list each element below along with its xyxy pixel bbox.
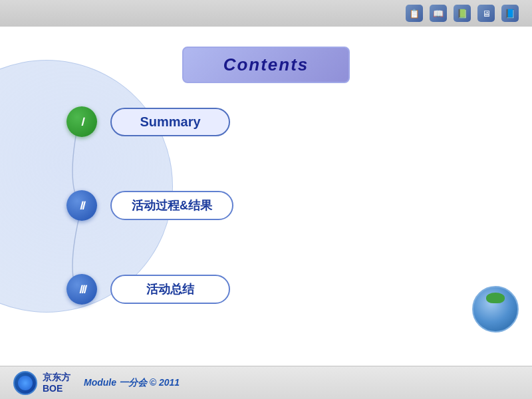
toolbar-icon-3[interactable]: 📗 (454, 5, 471, 22)
bottom-bar: 京东方 BOE Module 一分会 © 2011 (0, 366, 532, 399)
toolbar-icon-1[interactable]: 📋 (406, 5, 423, 22)
toolbar-icon-2[interactable]: 📖 (430, 5, 447, 22)
logo-line2: BOE (43, 383, 70, 394)
logo-line1: 京东方 (43, 372, 70, 383)
label-summary[interactable]: Summary (110, 108, 230, 136)
numeral-circle-1[interactable]: Ⅰ (66, 106, 97, 137)
title-box: Contents (133, 47, 399, 83)
toolbar-icon-4[interactable]: 🖥 (477, 5, 495, 22)
toolbar-icon-5[interactable]: 📘 (501, 5, 519, 22)
main-area: Contents Ⅰ Summary Ⅱ 活动过程&结果 Ⅲ 活动总结 (0, 27, 532, 366)
page-title: Contents (223, 55, 309, 74)
globe-green (486, 293, 505, 303)
logo-text: 京东方 BOE (43, 372, 70, 394)
content-items: Ⅰ Summary Ⅱ 活动过程&结果 Ⅲ 活动总结 (66, 106, 505, 358)
globe-outer (472, 286, 519, 332)
footer-module-text: Module 一分会 © 2011 (84, 377, 180, 389)
title-container: Contents (182, 47, 350, 83)
list-item: Ⅲ 活动总结 (66, 274, 505, 305)
globe-decoration (472, 286, 519, 332)
logo-inner (18, 376, 33, 390)
list-item: Ⅰ Summary (66, 106, 505, 137)
numeral-circle-2[interactable]: Ⅱ (66, 190, 97, 221)
label-activity-process[interactable]: 活动过程&结果 (110, 191, 233, 220)
label-activity-summary[interactable]: 活动总结 (110, 275, 230, 304)
numeral-1: Ⅰ (80, 116, 84, 128)
numeral-2: Ⅱ (79, 200, 84, 212)
logo-area: 京东方 BOE (13, 371, 70, 395)
list-item: Ⅱ 活动过程&结果 (66, 190, 505, 221)
logo-circle (13, 371, 37, 395)
top-bar: 📋 📖 📗 🖥 📘 (0, 0, 532, 27)
numeral-3: Ⅲ (78, 283, 86, 296)
numeral-circle-3[interactable]: Ⅲ (66, 274, 97, 305)
